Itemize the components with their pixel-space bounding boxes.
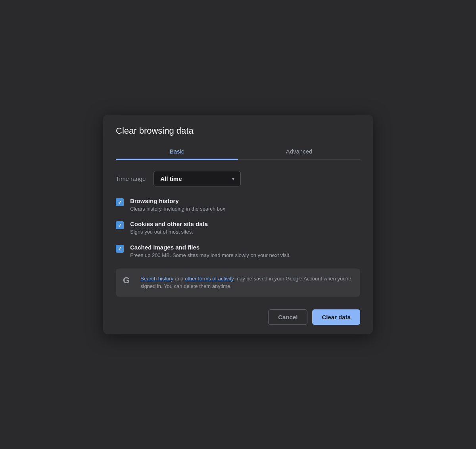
search-history-link[interactable]: Search history — [140, 276, 173, 282]
checkbox-browsing-history-title: Browsing history — [130, 198, 225, 204]
checkbox-cached-title: Cached images and files — [130, 244, 291, 251]
checkbox-item-cached[interactable]: ✓ Cached images and files Frees up 200 M… — [116, 244, 360, 259]
checkbox-browsing-history[interactable]: ✓ — [116, 198, 124, 206]
tab-basic[interactable]: Basic — [116, 144, 238, 159]
other-forms-link[interactable]: other forms of activity — [185, 276, 234, 282]
clear-data-button[interactable]: Clear data — [312, 309, 360, 325]
checkbox-list: ✓ Browsing history Clears history, inclu… — [116, 198, 360, 259]
clear-browsing-data-dialog: Clear browsing data Basic Advanced Time … — [103, 115, 373, 334]
time-range-row: Time range All time Last 4 weeks Last 7 … — [116, 171, 360, 186]
checkbox-cookies-title: Cookies and other site data — [130, 221, 208, 227]
info-box-text: Search history and other forms of activi… — [140, 275, 353, 290]
tabs-container: Basic Advanced — [116, 144, 360, 160]
tab-advanced[interactable]: Advanced — [238, 144, 360, 159]
google-icon: G — [123, 275, 134, 286]
time-range-select[interactable]: All time Last 4 weeks Last 7 days Last 2… — [154, 171, 241, 186]
checkbox-cookies[interactable]: ✓ — [116, 221, 124, 229]
info-box: G Search history and other forms of acti… — [116, 269, 360, 297]
checkbox-item-browsing-history[interactable]: ✓ Browsing history Clears history, inclu… — [116, 198, 360, 213]
time-range-select-wrapper: All time Last 4 weeks Last 7 days Last 2… — [154, 171, 241, 186]
checkbox-browsing-history-desc: Clears history, including in the search … — [130, 205, 225, 213]
checkbox-cached-desc: Frees up 200 MB. Some sites may load mor… — [130, 252, 291, 259]
time-range-label: Time range — [116, 175, 146, 182]
dialog-buttons: Cancel Clear data — [116, 309, 360, 325]
checkbox-item-cookies[interactable]: ✓ Cookies and other site data Signs you … — [116, 221, 360, 236]
cancel-button[interactable]: Cancel — [268, 309, 307, 325]
checkbox-cookies-desc: Signs you out of most sites. — [130, 228, 208, 236]
checkbox-cached[interactable]: ✓ — [116, 245, 124, 253]
dialog-title: Clear browsing data — [116, 126, 360, 136]
